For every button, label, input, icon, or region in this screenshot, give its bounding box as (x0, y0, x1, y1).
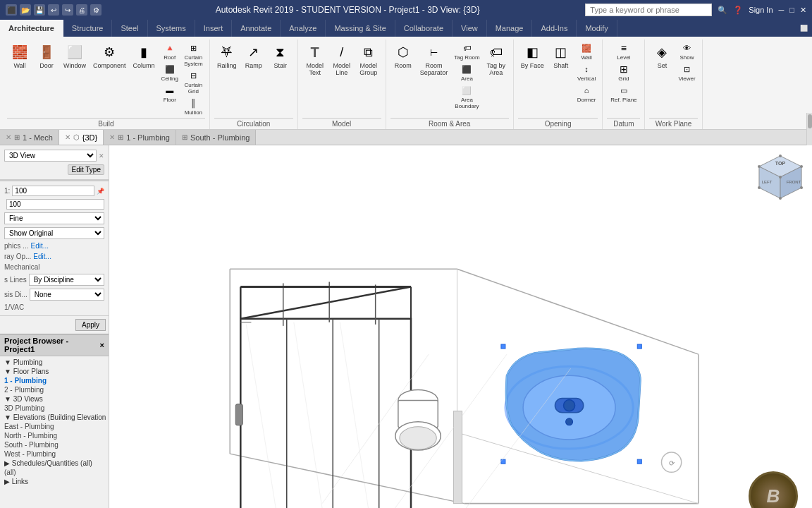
tree-all[interactable]: (all) (3, 468, 106, 477)
qa-settings-btn[interactable]: ⚙ (90, 4, 102, 16)
apply-btn[interactable]: Apply (75, 319, 106, 331)
qa-save-btn[interactable]: 💾 (34, 4, 45, 16)
curtain-system-btn[interactable]: ⊞ CurtainSystem (182, 41, 205, 68)
tab-systems[interactable]: Systems (148, 20, 195, 37)
viewport[interactable]: ⟳ TOP LEFT FRONT (109, 145, 812, 508)
ray-op-edit-btn[interactable]: Edit... (33, 253, 51, 260)
tab-architecture[interactable]: Architecture (0, 20, 63, 37)
tab-modify[interactable]: Modify (577, 20, 617, 37)
column-btn[interactable]: ▮ Column (130, 41, 158, 71)
shaft-icon: ◫ (551, 42, 571, 62)
set-btn[interactable]: ◈ Set (649, 41, 675, 71)
dormer-btn[interactable]: ⌂ Dormer (575, 83, 598, 104)
qa-undo-btn[interactable]: ↩ (48, 4, 59, 16)
grid-btn[interactable]: ⊞ Grid (608, 62, 639, 83)
model-text-label: ModelText (306, 63, 324, 77)
tree-elevations[interactable]: ▼ Elevations (Building Elevation) (3, 413, 106, 422)
ceiling-btn[interactable]: ⬛ Ceiling (159, 62, 180, 83)
tree-3d-views[interactable]: ▼ 3D Views (3, 394, 106, 404)
tab-structure[interactable]: Structure (63, 20, 113, 37)
qa-redo-btn[interactable]: ↪ (62, 4, 73, 16)
model-line-btn[interactable]: / ModelLine (329, 41, 355, 78)
window-btn[interactable]: ⬜ Window (61, 41, 89, 71)
plumbing-tab-close[interactable]: ✕ (109, 133, 115, 141)
tree-links[interactable]: ▶ Links (3, 477, 106, 486)
level-btn[interactable]: ≡ Level (608, 41, 639, 61)
tree-north-plumbing[interactable]: North - Plumbing (3, 431, 106, 440)
circulation-items: ⛧ Railing ↗ Ramp ⧗ Stair (214, 41, 293, 116)
tree-west-plumbing[interactable]: West - Plumbing (3, 449, 106, 459)
svg-rect-38 (637, 344, 641, 349)
tree-floor-plans[interactable]: ▼ Floor Plans (3, 367, 106, 376)
tree-container[interactable]: ▼ Plumbing ▼ Floor Plans 1 - Plumbing 2 … (0, 356, 109, 508)
qa-print-btn[interactable]: 🖨 (76, 4, 87, 16)
sign-in-btn[interactable]: Sign In (749, 6, 773, 14)
graphics-edit-btn[interactable]: Edit... (30, 242, 49, 250)
view-tab-3d[interactable]: ✕ ⬡ {3D} (59, 130, 104, 145)
mullion-btn[interactable]: ║ Mullion (182, 96, 205, 116)
scale-value-input[interactable] (6, 199, 104, 210)
tag-room-btn[interactable]: 🏷 Tag Room (452, 41, 481, 61)
ref-plane-btn[interactable]: ▭ Ref. Plane (608, 83, 639, 104)
model-group-btn[interactable]: ⧉ ModelGroup (356, 41, 381, 78)
search-input[interactable] (585, 4, 712, 16)
area-boundary-btn[interactable]: ⬜ AreaBoundary (452, 83, 481, 110)
3d-tab-close[interactable]: ✕ (65, 133, 70, 141)
tree-schedules[interactable]: ▶ Schedules/Quantities (all) (3, 459, 106, 468)
tab-collaborate[interactable]: Collaborate (395, 20, 453, 37)
tree-plumbing[interactable]: ▼ Plumbing (3, 358, 106, 367)
tree-3d-plumbing[interactable]: 3D Plumbing (3, 404, 106, 413)
wall-btn[interactable]: 🧱 Wall (7, 41, 32, 71)
wall-opening-btn[interactable]: 🧱 Wall (575, 41, 598, 61)
tab-insert[interactable]: Insert (195, 20, 233, 37)
room-separator-btn[interactable]: ⊢ RoomSeparator (417, 41, 451, 78)
tab-massing[interactable]: Massing & Site (326, 20, 395, 37)
tab-steel[interactable]: Steel (112, 20, 147, 37)
lines-dropdown[interactable]: By Discipline (29, 274, 104, 286)
view-tab-plumbing[interactable]: ✕ ⊞ 1 - Plumbing (104, 130, 176, 145)
area-btn[interactable]: ⬛ Area (452, 62, 481, 83)
model-text-btn[interactable]: T ModelText (302, 41, 328, 78)
stair-btn[interactable]: ⧗ Stair (268, 41, 293, 71)
component-btn[interactable]: ⚙ Component (90, 41, 129, 71)
qa-open-btn[interactable]: 📂 (20, 4, 31, 16)
tree-2-plumbing[interactable]: 2 - Plumbing (3, 385, 106, 394)
door-btn[interactable]: 🚪 Door (34, 41, 59, 71)
tab-addins[interactable]: Add-Ins (532, 20, 577, 37)
railing-btn[interactable]: ⛧ Railing (214, 41, 240, 71)
view-tab-south-plumbing[interactable]: ⊞ South - Plumbing (176, 130, 256, 145)
tab-manage[interactable]: Manage (487, 20, 533, 37)
vertical-btn[interactable]: ↕ Vertical (575, 62, 598, 83)
roof-btn[interactable]: 🔺 Roof (159, 41, 180, 61)
tree-east-plumbing[interactable]: East - Plumbing (3, 422, 106, 431)
scale-ratio-input[interactable] (12, 186, 94, 196)
view-tab-mech[interactable]: ✕ ⊞ 1 - Mech (0, 130, 59, 145)
show-btn[interactable]: 👁 Show (676, 41, 697, 61)
help-icon[interactable]: ❓ (733, 6, 743, 15)
qa-new-btn[interactable]: ⬛ (6, 4, 17, 16)
browser-close-btn[interactable]: × (100, 341, 104, 349)
view-type-dropdown[interactable]: 3D View (4, 150, 97, 162)
minimize-btn[interactable]: ─ (779, 6, 785, 14)
tree-1-plumbing[interactable]: 1 - Plumbing (3, 376, 106, 385)
floor-btn[interactable]: ▬ Floor (159, 83, 180, 104)
by-face-btn[interactable]: ◧ By Face (518, 41, 547, 71)
sis-di-dropdown[interactable]: None (30, 289, 104, 301)
mech-tab-close[interactable]: ✕ (6, 133, 11, 141)
edit-type-btn[interactable]: Edit Type (68, 164, 104, 175)
curtain-grid-btn[interactable]: ⊟ CurtainGrid (182, 68, 205, 95)
tab-annotate[interactable]: Annotate (232, 20, 281, 37)
room-btn[interactable]: ⬡ Room (390, 41, 416, 71)
close-btn[interactable]: ✕ (800, 6, 806, 15)
tab-view[interactable]: View (453, 20, 487, 37)
tree-south-plumbing[interactable]: South - Plumbing (3, 440, 106, 449)
detail-level-dropdown[interactable]: Fine Medium Coarse (4, 212, 104, 224)
shaft-btn[interactable]: ◫ Shaft (548, 41, 574, 71)
view-cube[interactable]: TOP LEFT FRONT (756, 152, 805, 202)
viewer-btn[interactable]: ⊡ Viewer (676, 62, 697, 83)
tab-analyze[interactable]: Analyze (281, 20, 326, 37)
parts-vis-dropdown[interactable]: Show Original (4, 227, 104, 239)
ramp-btn[interactable]: ↗ Ramp (241, 41, 266, 71)
maximize-btn[interactable]: □ (789, 6, 794, 14)
tag-by-area-btn[interactable]: 🏷 Tag byArea (484, 41, 509, 78)
